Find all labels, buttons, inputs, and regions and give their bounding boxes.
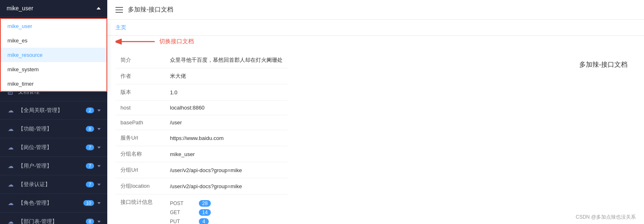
main-content: 多加辣-接口文档 主页 切换接口文档 [107,0,644,224]
api-stat-put: PUT 4 [170,218,283,224]
sidebar-select[interactable]: mike_user [0,0,107,17]
api-stat-get: GET 14 [170,209,283,216]
sidebar-item-func-badge: 8 [86,126,94,132]
sidebar-item-user[interactable]: ☁ 【用户-管理】 7 [0,157,107,175]
chevron-down-icon-5 [97,184,101,186]
field-value: /user [165,115,288,130]
table-row-api-stats: 接口统计信息 POST 28 GET 14 [116,194,288,224]
annotation-container: 切换接口文档 [116,37,194,46]
dropdown-item-mike-es[interactable]: mike_es [1,33,106,48]
annotation-text: 切换接口文档 [159,38,194,45]
sidebar-item-user-label: 【用户-管理】 [18,162,86,170]
table-row: host localhost:8860 [116,100,288,115]
post-label: POST [170,201,195,206]
sidebar-item-position-label: 【岗位-管理】 [18,144,86,151]
main-title: 多加辣-接口文档 [128,6,173,14]
field-value: 1.0 [165,84,288,100]
breadcrumb: 主页 [107,20,644,36]
field-value: https://www.baidu.com [165,130,288,146]
sidebar-item-position[interactable]: ☁ 【岗位-管理】 7 [0,138,107,157]
field-label: 分组名称 [116,146,165,162]
field-label: 分组Url [116,162,165,178]
chevron-down-icon [97,110,101,112]
field-label: 分组location [116,178,165,194]
info-left: 简介 众里寻他千百度，慕然回首郡人却在灯火阑珊处 作者 米大佬 版本 1.0 [107,52,520,224]
table-row: 分组名称 mike_user [116,146,288,162]
table-row: 服务Url https://www.baidu.com [116,130,288,146]
chevron-up-icon [97,7,101,9]
footer-watermark: CSDN @多加点辣也没关系 [576,214,636,221]
position-icon: ☁ [7,143,15,152]
login-icon: ☁ [7,180,15,189]
main-header: 多加辣-接口文档 [107,0,644,20]
get-badge: 14 [199,209,211,216]
hamburger-icon[interactable] [116,7,123,13]
content-area: 切换接口文档 简介 众里寻他千百度，慕然回首郡人却在灯火阑珊处 作者 米大佬 [107,36,644,224]
sidebar-dropdown: mike_user mike_es mike_resource mike_sys… [0,18,107,92]
sidebar-item-role-label: 【角色-管理】 [18,199,83,207]
dept-icon: ☁ [7,217,15,224]
breadcrumb-home-link[interactable]: 主页 [116,24,126,30]
chevron-down-icon-2 [97,128,101,130]
sidebar-item-position-badge: 7 [86,145,94,150]
api-stats-list: POST 28 GET 14 PUT 4 [170,198,283,224]
sidebar-item-dept[interactable]: ☁ 【部门表-管理】 8 [0,212,107,224]
dropdown-item-mike-system[interactable]: mike_system [1,62,106,77]
field-value: /user/v2/api-docs?group=mike [165,178,288,194]
field-value: mike_user [165,146,288,162]
chevron-down-icon-6 [97,202,101,204]
sidebar-item-role[interactable]: ☁ 【角色-管理】 10 [0,194,107,212]
sidebar-item-func-label: 【功能-管理】 [18,125,86,133]
put-badge: 4 [199,218,209,224]
sidebar-item-global[interactable]: ☁ 【全局关联-管理】 2 [0,101,107,120]
global-icon: ☁ [7,106,15,114]
user-icon: ☁ [7,162,15,170]
field-value: 米大佬 [165,68,288,84]
chevron-down-icon-4 [97,165,101,167]
field-label: host [116,100,165,115]
dropdown-item-mike-timer[interactable]: mike_timer [1,77,106,91]
api-stat-post: POST 28 [170,200,283,207]
api-stats-values: POST 28 GET 14 PUT 4 [165,194,288,224]
field-label: 服务Url [116,130,165,146]
sidebar-item-user-badge: 7 [86,163,94,169]
info-and-right: 简介 众里寻他千百度，慕然回首郡人却在灯火阑珊处 作者 米大佬 版本 1.0 [107,52,644,224]
post-badge: 28 [199,200,211,207]
sidebar-item-dept-badge: 8 [86,219,94,224]
sidebar-item-login[interactable]: ☁ 【登录认证】 7 [0,175,107,194]
sidebar-item-login-badge: 7 [86,182,94,187]
sidebar-item-func[interactable]: ☁ 【功能-管理】 8 [0,120,107,138]
table-row: 作者 米大佬 [116,68,288,84]
field-label: 作者 [116,68,165,84]
table-row: 版本 1.0 [116,84,288,100]
field-value: /user/v2/api-docs?group=mike [165,162,288,178]
sidebar: mike_user mike_user mike_es mike_resourc… [0,0,107,224]
table-row: 简介 众里寻他千百度，慕然回首郡人却在灯火阑珊处 [116,52,288,68]
field-label: 简介 [116,52,165,68]
annotation-arrow [116,37,157,46]
get-label: GET [170,210,195,215]
dropdown-item-mike-resource[interactable]: mike_resource [1,48,106,62]
nav-list: 文档管理 ☁ 【全局关联-管理】 2 ☁ 【功能-管理】 8 ☁ 【岗位-管理】… [0,83,107,224]
field-label: basePath [116,115,165,130]
sidebar-item-dept-label: 【部门表-管理】 [18,218,86,224]
sidebar-item-role-badge: 10 [83,200,94,206]
table-row: basePath /user [116,115,288,130]
api-stats-label: 接口统计信息 [116,194,165,224]
chevron-down-icon-7 [97,221,101,223]
right-panel-title: 多加辣-接口文档 [520,52,644,224]
field-value: localhost:8860 [165,100,288,115]
info-table: 简介 众里寻他千百度，慕然回首郡人却在灯火阑珊处 作者 米大佬 版本 1.0 [116,52,288,224]
dropdown-item-mike-user[interactable]: mike_user [1,19,106,33]
func-icon: ☁ [7,125,15,133]
sidebar-item-global-badge: 2 [86,107,94,113]
field-value: 众里寻他千百度，慕然回首郡人却在灯火阑珊处 [165,52,288,68]
role-icon: ☁ [7,199,15,207]
sidebar-selected-value: mike_user [7,5,33,12]
chevron-down-icon-3 [97,147,101,149]
sidebar-item-global-label: 【全局关联-管理】 [18,107,86,114]
put-label: PUT [170,219,195,224]
sidebar-item-login-label: 【登录认证】 [18,181,86,188]
field-label: 版本 [116,84,165,100]
table-row: 分组location /user/v2/api-docs?group=mike [116,178,288,194]
